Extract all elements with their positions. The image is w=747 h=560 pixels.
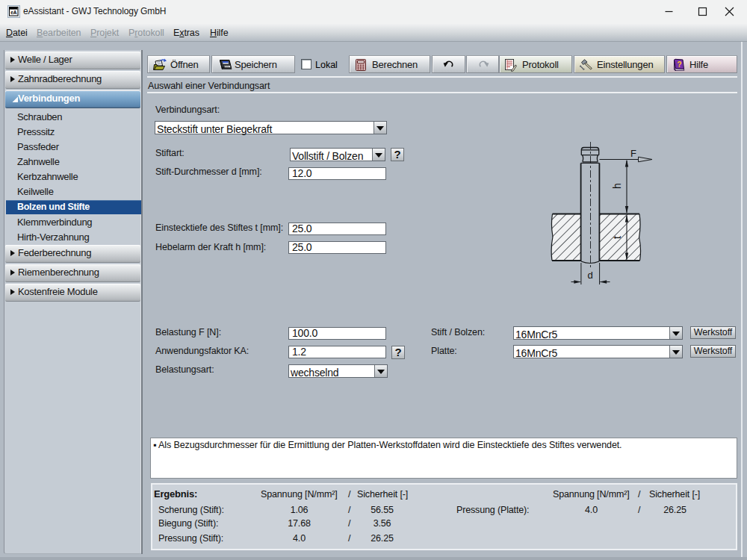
- svg-text:t: t: [611, 236, 623, 239]
- svg-text:d: d: [588, 270, 593, 281]
- svg-text:?: ?: [678, 60, 682, 69]
- svg-text:eA: eA: [10, 10, 17, 15]
- svg-text:h: h: [611, 183, 623, 189]
- svg-text:F: F: [630, 148, 636, 159]
